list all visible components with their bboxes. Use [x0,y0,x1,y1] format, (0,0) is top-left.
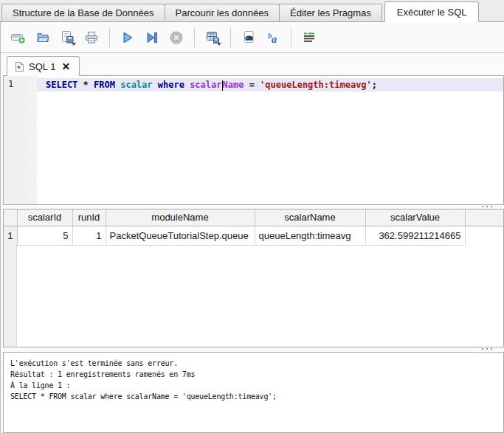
cell-filler [465,226,503,245]
play-to-line-icon [145,30,159,45]
sql-code-line: SELECT * FROM scalar where scalar Name =… [37,78,503,91]
stop-icon [169,30,184,45]
toolbar-separator [230,28,231,47]
execution-log-panel: L'exécution s'est terminée sans erreur. … [3,352,504,433]
column-header-modulename[interactable]: moduleName [106,209,255,226]
toolbar-separator [109,28,110,47]
line-number: 1 [8,79,13,89]
row-header-strip [4,245,17,347]
sql-document-icon [15,61,24,72]
tab-edit-pragmas[interactable]: Éditer les Pragmas [279,4,382,21]
cell-scalarid[interactable]: 5 [17,226,72,245]
sql-token [153,80,158,90]
sql-token: Name [223,80,244,90]
play-icon [120,30,135,45]
open-sql-file-button[interactable] [32,27,53,48]
tab-label: Éditer les Pragmas [290,7,371,18]
tab-browse-data[interactable]: Parcourir les données [165,4,280,21]
text-cursor [222,80,223,91]
sql-editor-panel: 1 SELECT * FROM scalar where scalar Name [3,75,504,205]
align-lines-button[interactable] [299,27,320,48]
toolbar-separator [291,28,291,47]
save-sql-file-button[interactable] [57,27,77,48]
save-results-caret-icon [217,43,221,46]
tab-label: Parcourir les données [176,7,269,18]
sql-tab-label: SQL 1 [29,61,55,72]
svg-text:a: a [272,34,277,45]
sql-editor-input[interactable]: SELECT * FROM scalar where scalar Name =… [37,76,503,204]
stop-execution-button[interactable] [166,27,187,48]
sql-token: scalar [120,80,152,90]
column-header-scalarid[interactable]: scalarId [17,209,72,226]
sql-token: FROM [94,80,115,90]
print-button[interactable] [81,27,102,48]
save-dropdown-caret-icon [72,43,76,46]
cell-scalarname[interactable]: queueLength:timeavg [255,226,365,245]
letters-ba-icon: b a [265,30,281,45]
new-sql-tab-button[interactable] [8,27,29,48]
print-icon [84,30,99,45]
db-browser-window: Structure de la Base de Données Parcouri… [0,0,504,433]
sql-tabbar: SQL 1 ✕ [1,53,504,75]
sql-toolbar: b a [1,22,504,53]
cell-runid[interactable]: 1 [72,226,106,245]
tab-label: Structure de la Base de Données [13,7,154,18]
column-header-scalarvalue[interactable]: scalarValue [365,209,465,226]
sql-token: where [158,80,184,90]
execute-all-button[interactable] [117,27,138,48]
sql-token: SELECT [46,80,77,90]
align-lines-icon [302,30,317,45]
row-header[interactable]: 1 [4,226,17,245]
open-file-icon [35,30,50,45]
sql-token [115,80,120,90]
sql-token: * [77,80,94,90]
column-header-runid[interactable]: runId [72,209,106,226]
new-sql-tab-icon [10,30,27,45]
close-tab-button[interactable]: ✕ [60,60,72,72]
cell-scalarvalue[interactable]: 362.599211214665 [365,226,465,245]
header-filler [465,209,503,226]
main-tabbar: Structure de la Base de Données Parcouri… [0,0,504,22]
table-row: 1 5 1 PacketQueueTutorialStep.queue queu… [4,226,503,245]
tab-label: Exécuter le SQL [397,7,467,18]
cell-modulename[interactable]: PacketQueueTutorialStep.queue [106,226,255,245]
results-table: scalarId runId moduleName scalarName sca… [4,209,503,246]
results-header-row: scalarId runId moduleName scalarName sca… [4,209,503,226]
sql-token: ; [372,80,377,90]
log-line: À la ligne 1 : [10,380,497,391]
sql-token: 'queueLength:timeavg' [260,80,372,90]
column-header-scalarname[interactable]: scalarName [255,209,365,226]
log-line: SELECT * FROM scalar where scalarName = … [10,391,497,402]
save-results-button[interactable] [202,27,223,48]
corner-header[interactable] [4,209,17,226]
sql-token [184,80,190,90]
format-sql-button[interactable]: b a [263,27,283,48]
toolbar-separator [194,28,195,47]
log-line: Résultat : 1 enregistrements ramenés en … [10,369,497,380]
tab-database-structure[interactable]: Structure de la Base de Données [1,4,165,21]
splitter-grip-icon [482,348,492,350]
log-line: L'exécution s'est terminée sans erreur. [10,358,497,369]
sql-token: scalar [190,80,221,90]
execute-current-line-button[interactable] [142,27,162,48]
sql-1-tab[interactable]: SQL 1 ✕ [7,56,80,76]
find-in-document-icon [241,30,256,45]
sql-token: = [244,80,260,90]
fold-margin [27,76,37,204]
tab-execute-sql[interactable]: Exécuter le SQL [384,1,480,22]
find-button[interactable] [238,27,259,48]
results-panel: scalarId runId moduleName scalarName sca… [3,209,504,347]
splitter-grip-icon [482,206,492,207]
line-number-gutter: 1 [4,76,27,204]
execute-sql-page: b a [0,22,504,433]
